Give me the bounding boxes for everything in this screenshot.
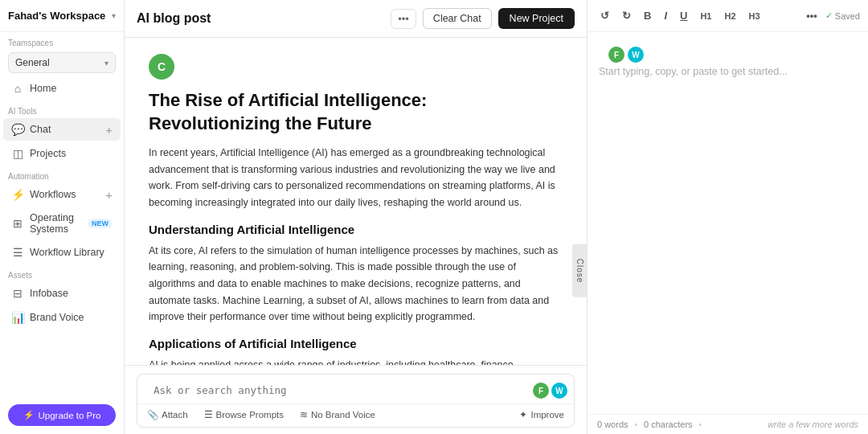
saved-check-icon: ✓ (825, 10, 833, 21)
new-project-button[interactable]: New Project (498, 8, 575, 29)
sidebar-os-label: Operating Systems (30, 212, 82, 235)
sidebar-item-brand-voice[interactable]: 📊 Brand Voice (3, 306, 121, 329)
main-header: AI blog post ••• Clear Chat New Project (125, 0, 587, 38)
chat-input[interactable] (144, 378, 533, 403)
sidebar-item-workflow-library[interactable]: ☰ Workflow Library (3, 241, 121, 264)
saved-text: Saved (835, 11, 860, 21)
close-sidebar-tab[interactable]: Close (572, 244, 587, 297)
italic-button[interactable]: I (659, 6, 672, 25)
upgrade-label: Upgrade to Pro (39, 411, 101, 420)
doc-section2-paragraph: AI is being applied across a wide range … (149, 357, 563, 365)
right-toolbar: ↺ ↻ B I U H1 H2 H3 ••• ✓ Saved (588, 0, 868, 32)
sidebar-bottom: ⚡ Upgrade to Pro (0, 396, 124, 434)
attach-action[interactable]: 📎 Attach (144, 407, 191, 422)
sidebar-home-label: Home (30, 83, 113, 94)
more-icon: ••• (398, 13, 409, 25)
right-panel: ↺ ↻ B I U H1 H2 H3 ••• ✓ Saved F W Start… (587, 0, 868, 434)
doc-intro-paragraph: In recent years, Artificial Intelligence… (149, 145, 563, 211)
os-icon: ⊞ (11, 217, 24, 230)
char-count: 0 characters (644, 420, 693, 429)
avatar-teal: W (551, 383, 567, 399)
sidebar-item-operating-systems[interactable]: ⊞ Operating Systems NEW (3, 207, 121, 240)
doc-main-heading: The Rise of Artificial Intelligence: Rev… (149, 89, 563, 135)
h3-button[interactable]: H3 (744, 8, 765, 24)
right-editor-area[interactable]: F W Start typing, copy, or paste to get … (588, 32, 868, 414)
author-avatar: C (149, 54, 174, 80)
workflow-library-icon: ☰ (11, 246, 24, 259)
improve-action[interactable]: ✦ Improve (516, 407, 567, 422)
workspace-chevron-icon: ▾ (112, 11, 116, 20)
assets-section-label: Assets (0, 264, 124, 281)
teamspace-select[interactable]: General ▾ (8, 52, 116, 73)
workflows-icon: ⚡ (11, 188, 24, 201)
editor-avatar-teal: W (628, 47, 644, 63)
sidebar-chat-label: Chat (30, 124, 100, 135)
doc-section1-heading: Understanding Artificial Intelligence (149, 223, 563, 236)
upgrade-button[interactable]: ⚡ Upgrade to Pro (8, 404, 116, 426)
clear-chat-button[interactable]: Clear Chat (423, 8, 492, 29)
sidebar-item-infobase[interactable]: ⊟ Infobase (3, 282, 121, 305)
sidebar-item-home[interactable]: ⌂ Home (3, 77, 121, 100)
add-workflow-icon[interactable]: + (105, 189, 113, 201)
chat-avatar-icons: F W (533, 383, 567, 399)
sidebar-brand-voice-label: Brand Voice (30, 312, 113, 323)
footer-hint: write a few more words (768, 420, 858, 429)
teamspace-chevron-icon: ▾ (104, 59, 108, 68)
page-title: AI blog post (137, 11, 391, 26)
chat-input-footer: 📎 Attach ☰ Browse Prompts ≋ No Brand Voi… (137, 403, 574, 427)
attach-icon: 📎 (147, 409, 158, 420)
editor-placeholder: Start typing, copy, or paste to get star… (599, 66, 857, 77)
doc-section1-paragraph: At its core, AI refers to the simulation… (149, 243, 563, 326)
saved-indicator: ✓ Saved (825, 10, 860, 21)
main-content: AI blog post ••• Clear Chat New Project … (125, 0, 587, 434)
browse-prompts-label: Browse Prompts (216, 410, 284, 420)
h1-button[interactable]: H1 (695, 8, 716, 24)
close-label: Close (575, 258, 584, 283)
undo-button[interactable]: ↺ (596, 6, 614, 25)
word-count: 0 words (597, 420, 628, 429)
sidebar-item-workflows[interactable]: ⚡ Workflows + (3, 183, 121, 206)
input-row: F W (137, 375, 574, 403)
teamspace-value: General (15, 57, 50, 68)
sidebar: Fahad's Workspace ▾ Teamspaces General ▾… (0, 0, 125, 434)
chat-input-area: F W 📎 Attach ☰ Browse Prompts ≋ No Brand… (125, 365, 587, 434)
header-actions: ••• Clear Chat New Project (391, 8, 575, 29)
browse-prompts-action[interactable]: ☰ Browse Prompts (201, 407, 287, 422)
editor-avatar-green: F (608, 47, 624, 63)
teamspace-label: Teamspaces (8, 39, 116, 47)
improve-label: Improve (530, 410, 564, 420)
editor-avatar-row: F W (599, 42, 857, 66)
no-brand-voice-action[interactable]: ≋ No Brand Voice (297, 407, 379, 422)
sidebar-item-chat[interactable]: 💬 Chat + (3, 118, 121, 141)
add-chat-icon[interactable]: + (105, 124, 113, 136)
infobase-icon: ⊟ (11, 287, 24, 300)
more-options-button[interactable]: ••• (391, 9, 416, 29)
os-new-badge: NEW (88, 219, 113, 228)
upgrade-icon: ⚡ (23, 410, 35, 420)
document-scroll-area: C The Rise of Artificial Intelligence: R… (125, 38, 587, 365)
teamspace-section: Teamspaces General ▾ (0, 32, 124, 76)
sidebar-item-projects[interactable]: ◫ Projects (3, 142, 121, 165)
footer-dot-1: • (635, 420, 638, 429)
no-brand-voice-label: No Brand Voice (311, 410, 375, 420)
chat-icon: 💬 (11, 123, 24, 136)
sidebar-projects-label: Projects (30, 148, 113, 159)
bold-button[interactable]: B (639, 6, 656, 25)
underline-button[interactable]: U (675, 6, 692, 25)
redo-button[interactable]: ↻ (617, 6, 636, 25)
improve-icon: ✦ (519, 409, 527, 420)
projects-icon: ◫ (11, 147, 24, 160)
right-footer: 0 words • 0 characters • write a few mor… (588, 414, 868, 434)
home-icon: ⌂ (11, 82, 24, 95)
h2-button[interactable]: H2 (719, 8, 740, 24)
sidebar-workflows-label: Workflows (30, 189, 100, 200)
workspace-header[interactable]: Fahad's Workspace ▾ (0, 0, 124, 32)
sidebar-infobase-label: Infobase (30, 288, 113, 299)
more-toolbar-button[interactable]: ••• (801, 6, 822, 25)
ai-tools-section-label: AI Tools (0, 100, 124, 117)
footer-dot-2: • (699, 420, 702, 429)
workspace-name: Fahad's Workspace (8, 10, 105, 22)
brand-voice-icon: ≋ (300, 409, 308, 420)
brand-voice-icon: 📊 (11, 311, 24, 324)
sidebar-workflow-library-label: Workflow Library (30, 247, 113, 258)
